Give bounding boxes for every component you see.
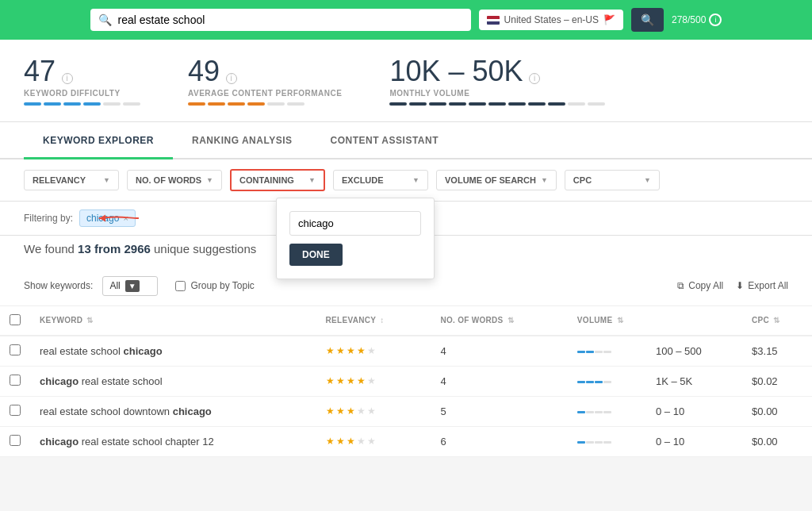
difficulty-value: 47: [24, 55, 56, 87]
progress-seg: [588, 102, 605, 106]
table-row: real estate school downtown chicago ★ ★ …: [0, 396, 812, 426]
star-empty: ★: [367, 345, 376, 356]
progress-seg: [528, 102, 546, 106]
th-words[interactable]: NO. OF WORDS ⇅: [431, 306, 567, 336]
locale-selector[interactable]: United States – en-US 🚩: [479, 10, 623, 30]
vol-seg: [577, 441, 585, 444]
relevancy-filter[interactable]: RELEVANCY ▼: [24, 170, 119, 190]
locale-label: United States – en-US: [504, 14, 599, 25]
progress-seg: [228, 102, 245, 106]
star: ★: [326, 436, 335, 447]
star: ★: [347, 436, 355, 447]
performance-progress: [188, 102, 342, 106]
keyword-cell: chicago real estate school chapter 12: [30, 426, 316, 456]
progress-seg: [389, 102, 407, 106]
star: ★: [326, 345, 335, 356]
found-highlight: 13 from 2966: [78, 242, 151, 256]
sort-icon: ↕: [380, 316, 384, 325]
found-suffix: unique suggestions: [151, 242, 256, 256]
star: ★: [336, 375, 345, 386]
tabs-bar: KEYWORD EXPLORER Ranking Analysis Conten…: [0, 122, 812, 159]
volume-of-search-filter[interactable]: VOLUME OF SEARCH ▼: [436, 170, 557, 190]
th-relevancy[interactable]: RELEVANCY ↕: [316, 306, 431, 336]
row-checkbox[interactable]: [10, 375, 21, 386]
select-all-checkbox[interactable]: [10, 314, 21, 325]
group-by-topic-wrap: Group by Topic: [175, 280, 255, 291]
volume-bar: [577, 351, 637, 353]
exclude-filter[interactable]: EXCLUDE ▼: [333, 170, 428, 190]
chevron-down-icon: ▼: [206, 176, 213, 184]
keyword-cell: real estate school downtown chicago: [30, 396, 316, 426]
keyword-cell: chicago real estate school: [30, 366, 316, 396]
relevancy-cell: ★ ★ ★ ★ ★: [316, 366, 431, 396]
progress-seg: [83, 102, 101, 106]
cpc-cell: $0.00: [742, 396, 812, 426]
found-prefix: We found: [24, 242, 78, 256]
stars-display: ★ ★ ★ ★ ★: [326, 436, 422, 447]
search-button[interactable]: 🔍: [631, 8, 664, 32]
vol-seg: [577, 351, 585, 353]
row-checkbox[interactable]: [10, 344, 21, 355]
containing-filter[interactable]: CONTAINING ▼: [230, 169, 325, 191]
vol-seg-inactive: [586, 411, 594, 413]
th-volume[interactable]: VOLUME ⇅: [568, 306, 742, 336]
tab-content-assistant[interactable]: Content Assistant: [311, 124, 458, 159]
no-of-words-label: NO. OF WORDS: [136, 175, 201, 185]
progress-seg: [449, 102, 466, 106]
progress-seg: [24, 102, 41, 106]
keywords-select[interactable]: All ▼: [102, 276, 158, 296]
tab-ranking-analysis[interactable]: Ranking Analysis: [173, 124, 311, 159]
flag-icon: [487, 16, 500, 25]
chevron-down-icon: ▼: [541, 176, 548, 184]
star: ★: [336, 436, 345, 447]
row-checkbox-cell: [0, 396, 30, 426]
progress-seg: [409, 102, 427, 106]
volume-range-cell: 1K – 5K: [646, 366, 742, 396]
credits-value: 278/500: [672, 14, 706, 25]
star: ★: [347, 405, 355, 417]
vol-seg-inactive: [595, 411, 603, 413]
th-cpc[interactable]: CPC ⇅: [742, 306, 812, 336]
volume-bar-cell: [568, 426, 646, 456]
keyword-cell: real estate school chicago: [30, 336, 316, 367]
containing-input[interactable]: [289, 211, 421, 236]
tab-keyword-explorer[interactable]: KEYWORD EXPLORER: [24, 124, 173, 159]
progress-seg: [469, 102, 486, 106]
metric-difficulty: 47 i KEYWORD DIFFICULTY: [24, 56, 140, 106]
containing-label: CONTAINING: [239, 175, 294, 185]
cpc-cell: $3.15: [742, 336, 812, 367]
vol-seg-inactive: [603, 441, 611, 444]
chevron-down-icon: ▼: [412, 176, 419, 184]
cpc-filter-label: CPC: [573, 175, 592, 185]
star: ★: [357, 345, 366, 356]
progress-seg: [267, 102, 285, 106]
chevron-down-icon: ▼: [644, 176, 651, 184]
star-empty: ★: [357, 405, 366, 417]
performance-label: AVERAGE CONTENT PERFORMANCE: [188, 89, 342, 98]
row-checkbox[interactable]: [10, 405, 21, 416]
progress-seg: [208, 102, 225, 106]
star: ★: [336, 405, 345, 417]
no-of-words-filter[interactable]: NO. OF WORDS ▼: [127, 170, 222, 190]
star-empty: ★: [367, 405, 376, 417]
volume-range-cell: 100 – 500: [646, 336, 742, 367]
copy-all-button[interactable]: ⧉ Copy All: [677, 280, 723, 291]
search-input[interactable]: [118, 13, 463, 26]
exclude-label: EXCLUDE: [342, 175, 384, 185]
star-empty: ★: [357, 436, 366, 447]
row-checkbox[interactable]: [10, 435, 21, 446]
done-button[interactable]: DONE: [289, 244, 343, 266]
star: ★: [326, 405, 335, 417]
volume-bar-cell: [568, 336, 646, 367]
filters-row: RELEVANCY ▼ NO. OF WORDS ▼ CONTAINING ▼ …: [0, 159, 812, 202]
volume-progress: [389, 102, 605, 106]
vol-seg: [577, 411, 585, 413]
cpc-filter[interactable]: CPC ▼: [565, 170, 660, 190]
th-keyword[interactable]: KEYWORD ⇅: [30, 306, 316, 336]
group-topic-checkbox[interactable]: [175, 281, 186, 291]
export-all-button[interactable]: ⬇ Export All: [736, 280, 788, 291]
credits-display: 278/500 i: [672, 13, 722, 26]
vol-seg-inactive: [603, 411, 611, 413]
progress-seg: [568, 102, 585, 106]
star: ★: [347, 345, 355, 356]
